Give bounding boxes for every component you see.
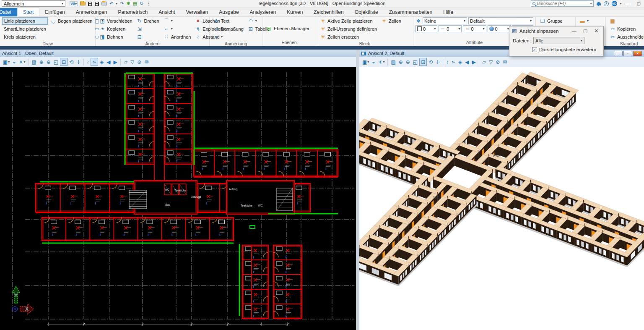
view-display-dropdown-icon[interactable]: ▣ ▾: [361, 58, 370, 66]
view2-canvas[interactable]: [359, 67, 644, 330]
place-smartline-button[interactable]: SmartLine platzieren: [2, 25, 48, 33]
move-button[interactable]: ◲Verschieben: [98, 17, 134, 25]
view-brightness-icon[interactable]: ☀ ▾: [18, 58, 27, 66]
search-box[interactable]: ▾: [531, 0, 594, 7]
view-attributes-icon[interactable]: ◒: [11, 58, 17, 66]
rotate-button[interactable]: ↻Drehen: [135, 17, 161, 25]
rotate-view-icon[interactable]: ⟲: [427, 58, 434, 66]
previous-view-icon[interactable]: ◀: [464, 58, 470, 66]
walk-mode-icon[interactable]: ≀: [445, 58, 449, 66]
scale-button[interactable]: ⇲: [135, 25, 161, 33]
pan-view-icon[interactable]: ✛: [75, 58, 82, 66]
navigation-icon[interactable]: ◈: [457, 58, 463, 66]
maximize-button[interactable]: ▢: [635, 1, 642, 6]
cut-button[interactable]: ✂Ausschneiden: [608, 33, 644, 41]
linestyle-dropdown[interactable]: ┄0▾: [439, 25, 462, 32]
tab-kurven[interactable]: Kurven: [281, 8, 308, 16]
stretch-button[interactable]: ◨Dehnen: [98, 33, 134, 41]
define-cell-origin-button[interactable]: ✳Zell-Ursprung definieren: [318, 25, 379, 33]
tab-hilfe[interactable]: Hilfe: [438, 8, 459, 16]
view2-close-button[interactable]: ✕: [633, 51, 642, 56]
view-divider[interactable]: [356, 50, 359, 330]
saved-views-icon[interactable]: ✉: [143, 58, 150, 66]
compress-icon[interactable]: [101, 2, 107, 5]
clip-volume-icon[interactable]: ▽: [129, 58, 135, 66]
user-avatar[interactable]: ND: [612, 1, 617, 6]
array-button[interactable]: ∷Anordnen: [162, 33, 193, 41]
account-dropdown-icon[interactable]: ▾: [620, 2, 622, 5]
measure-button[interactable]: ▬▾: [578, 17, 590, 25]
zoom-out-icon[interactable]: ⊖: [405, 58, 411, 66]
clip-volume-icon[interactable]: ▽: [488, 58, 494, 66]
previous-view-icon[interactable]: ◀: [105, 58, 112, 66]
update-view-icon[interactable]: ▧: [390, 58, 397, 66]
copy-view-icon[interactable]: ▱: [122, 58, 129, 66]
clip-mask-icon[interactable]: ⊘: [494, 58, 501, 66]
undo-dropdown-icon[interactable]: ▾: [116, 2, 117, 5]
saved-views-icon[interactable]: ✉: [501, 58, 508, 66]
dimension-button[interactable]: ⌐Bemaßung: [212, 25, 245, 33]
tab-einfügen[interactable]: Einfügen: [39, 8, 70, 16]
lineweight-dropdown[interactable]: ≡0▾: [463, 25, 486, 32]
zoom-in-icon[interactable]: ⊕: [38, 58, 45, 66]
transparency-dropdown[interactable]: 0▾: [488, 25, 511, 32]
rotate-view-icon[interactable]: ⟲: [68, 58, 75, 66]
window-area-icon[interactable]: ◱: [52, 58, 60, 66]
help-icon[interactable]: ?: [604, 1, 609, 6]
search-input[interactable]: [536, 1, 590, 6]
tab-objektliste[interactable]: Objektliste: [349, 8, 384, 16]
fly-mode-icon[interactable]: ➣: [91, 58, 98, 66]
tab-datei[interactable]: Datei: [0, 8, 17, 16]
tab-verwalten[interactable]: Verwalten: [181, 8, 214, 16]
replace-cells-button[interactable]: ✳Zellen ersetzen: [318, 33, 379, 41]
expand-display-depth-checkbox[interactable]: ✓: [532, 47, 537, 52]
copy-clipboard-button[interactable]: ▱Kopieren: [608, 25, 644, 33]
tab-anmerkungen[interactable]: Anmerkungen: [70, 8, 113, 16]
tab-parametrisch[interactable]: Parametrisch: [112, 8, 153, 16]
dialog-title-bar[interactable]: Ansicht einpassen — ▢ ✕: [509, 26, 603, 35]
window-area-icon[interactable]: ◱: [412, 58, 419, 66]
chamfer-button[interactable]: ⌐▾: [162, 25, 193, 33]
workflow-selector[interactable]: Allgemein ▾: [2, 0, 65, 7]
tab-ausgabe[interactable]: Ausgabe: [213, 8, 244, 16]
undo-icon[interactable]: ↶: [109, 1, 113, 6]
view2-restore-button[interactable]: ▫: [623, 51, 632, 56]
copy-button[interactable]: ▱Kopieren: [98, 25, 134, 33]
tab-zeichenhilfen[interactable]: Zeichenhilfen: [308, 8, 349, 16]
walk-mode-icon[interactable]: ≀: [86, 58, 90, 66]
notifications-icon[interactable]: [597, 2, 601, 5]
view1-title-bar[interactable]: Ansicht 1 - Oben, Default: [0, 50, 356, 57]
sync-icon[interactable]: ↻: [140, 1, 143, 6]
tab-analysieren[interactable]: Analysieren: [244, 8, 282, 16]
view2-minimize-button[interactable]: —: [614, 51, 623, 56]
save-settings-icon[interactable]: [95, 2, 99, 6]
mirror-button[interactable]: ⊟: [135, 33, 161, 41]
clip-mask-icon[interactable]: ⊘: [136, 58, 143, 66]
dialog-maximize-button[interactable]: ▢: [581, 28, 589, 34]
next-view-icon[interactable]: ▶: [470, 58, 477, 66]
open-file-icon[interactable]: [80, 2, 86, 5]
minimize-button[interactable]: —: [625, 1, 632, 6]
files-dropdown[interactable]: Alle ▾: [533, 37, 584, 44]
template-dropdown[interactable]: Keine▾: [423, 17, 467, 24]
level-manager-button[interactable]: ▤Ebenen-Manager: [265, 25, 311, 32]
place-line-button[interactable]: Linie platzieren: [2, 17, 48, 25]
tab-zusammenarbeiten[interactable]: Zusammenarbeiten: [384, 8, 438, 16]
fit-view-icon[interactable]: ⊡: [419, 58, 427, 66]
cells-button[interactable]: ✳Zellen: [379, 17, 403, 25]
view-attributes-icon[interactable]: ◒: [371, 58, 376, 66]
search-dropdown-icon[interactable]: ▾: [590, 2, 592, 5]
group-button[interactable]: ❏Gruppe: [538, 17, 564, 25]
print-icon[interactable]: ▤: [133, 1, 137, 6]
zoom-out-icon[interactable]: ⊖: [45, 58, 52, 66]
redo-icon[interactable]: ↷: [120, 1, 124, 6]
pin-icon[interactable]: ✱: [126, 1, 130, 6]
tab-ansicht[interactable]: Ansicht: [153, 8, 180, 16]
element-style-dropdown[interactable]: Default▾: [468, 17, 533, 24]
dialog-minimize-button[interactable]: —: [570, 29, 579, 34]
view1-canvas[interactable]: WCTeekücheAufzügeBadAufzugTeekücheWCYX: [0, 67, 356, 330]
qat-overflow-icon[interactable]: ⋮: [146, 1, 151, 6]
place-active-cell-button[interactable]: ✳Aktive Zelle platzieren: [318, 17, 379, 25]
view-display-dropdown-icon[interactable]: ▣ ▾: [2, 58, 11, 66]
zoom-in-icon[interactable]: ⊕: [397, 58, 404, 66]
